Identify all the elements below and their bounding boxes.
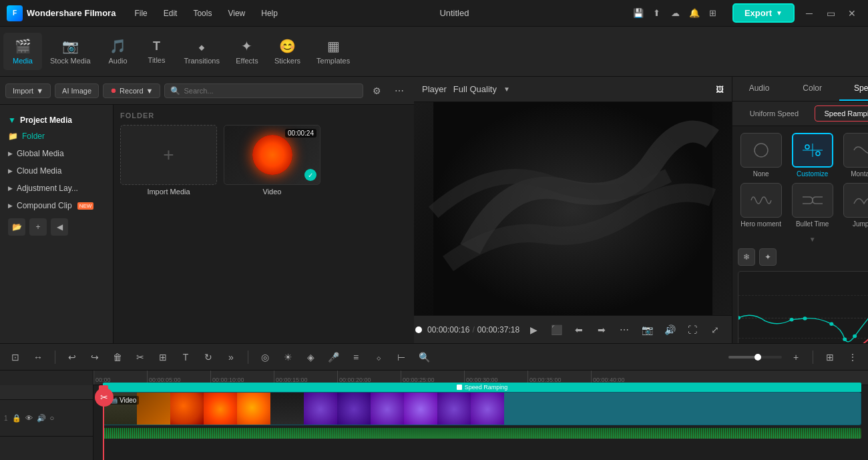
panel-collapse-icon[interactable]: ▼: [809, 236, 816, 243]
crop-tool[interactable]: ⊞: [154, 349, 172, 366]
magnet-tool[interactable]: ↔: [29, 349, 47, 366]
tab-audio[interactable]: 🎵 Audio: [99, 33, 138, 70]
speed-jumper-label: Jumper: [853, 220, 868, 228]
video-media-item[interactable]: 00:00:24 ✓ Video: [224, 125, 320, 196]
apps-icon[interactable]: ⊞: [706, 6, 720, 21]
tree-cloud-media[interactable]: ▶ Cloud Media: [0, 162, 113, 180]
tree-folder[interactable]: 📁 Folder: [0, 128, 113, 145]
tab-speed[interactable]: Speed: [839, 77, 869, 101]
search-input[interactable]: [184, 87, 357, 95]
menu-bar: File Edit Tools View Help: [128, 7, 284, 20]
tab-templates[interactable]: ▦ Templates: [308, 33, 358, 70]
redo-button[interactable]: ↪: [86, 349, 103, 366]
import-media-item[interactable]: + Import Media: [120, 125, 217, 196]
menu-help[interactable]: Help: [254, 7, 284, 20]
text-tool[interactable]: T: [177, 349, 194, 366]
undo-button[interactable]: ↩: [63, 349, 81, 366]
more-options-icon[interactable]: ⋯: [390, 81, 409, 100]
zoom-slider[interactable]: [728, 356, 782, 359]
grid-view-tool[interactable]: ⊞: [821, 349, 839, 366]
audio-mix-tool[interactable]: ≡: [347, 349, 365, 366]
speed-option-montage[interactable]: Montage: [841, 133, 868, 178]
import-button[interactable]: Import ▼: [5, 83, 51, 98]
speed-option-jumper[interactable]: Jumper: [841, 183, 868, 228]
split-tool[interactable]: ⊢: [393, 349, 410, 366]
speed-ramping-tab[interactable]: Speed Ramping: [815, 105, 868, 122]
menu-file[interactable]: File: [128, 7, 154, 20]
track-audio-icon[interactable]: 🔊: [37, 414, 46, 423]
tree-global-media[interactable]: ▶ Global Media: [0, 145, 113, 162]
volume-icon[interactable]: 🔊: [661, 321, 678, 338]
tab-media[interactable]: 🎬 Media: [3, 33, 42, 70]
color-tool[interactable]: ☀: [279, 349, 296, 366]
snap-toggle[interactable]: ⊡: [7, 349, 24, 366]
tree-adjustment[interactable]: ▶ Adjustment Lay...: [0, 180, 113, 197]
record-button[interactable]: ⏺ Record ▼: [103, 83, 160, 98]
fullscreen-icon[interactable]: ⛶: [684, 321, 701, 338]
add-folder-button[interactable]: +: [29, 218, 47, 236]
menu-tools[interactable]: Tools: [186, 7, 218, 20]
mask-tool[interactable]: ◈: [302, 349, 319, 366]
ai-image-button[interactable]: AI Image: [55, 83, 99, 98]
zoom-in-tool[interactable]: +: [787, 349, 805, 366]
quality-dropdown-icon[interactable]: ▼: [503, 85, 510, 93]
clip-thumb-12: [471, 393, 504, 425]
speed-option-hero[interactable]: Hero moment: [738, 183, 784, 228]
svg-point-8: [803, 316, 807, 320]
close-button[interactable]: ✕: [843, 6, 861, 21]
export-button[interactable]: Export ▼: [732, 3, 795, 23]
notification-icon[interactable]: 🔔: [687, 6, 702, 21]
minimize-button[interactable]: ─: [800, 6, 819, 21]
lock-icon[interactable]: 🔒: [12, 414, 21, 423]
zoom-out-tool[interactable]: 🔍: [415, 349, 433, 366]
maximize-button[interactable]: ▭: [821, 6, 840, 21]
marker-tool[interactable]: ⬦: [370, 349, 387, 366]
spark-icon[interactable]: ✦: [759, 248, 777, 266]
clip-thumb-10: [404, 393, 437, 425]
progress-thumb[interactable]: [415, 326, 422, 333]
freeze-frame-icon[interactable]: ❄: [738, 248, 755, 266]
stop-button[interactable]: ⬛: [548, 321, 565, 338]
zoom-icon[interactable]: ⤢: [706, 321, 724, 338]
speed-hero-label: Hero moment: [740, 220, 781, 228]
in-point-button[interactable]: ⬅: [570, 321, 588, 338]
settings-tool[interactable]: ⋮: [844, 349, 861, 366]
track-hide-icon[interactable]: ○: [50, 414, 55, 422]
uniform-speed-tab[interactable]: Uniform Speed: [738, 105, 811, 122]
snapshot-button[interactable]: 📷: [638, 321, 656, 338]
menu-edit[interactable]: Edit: [157, 7, 184, 20]
speed-option-none[interactable]: None: [738, 133, 784, 178]
zoom-thumb[interactable]: [754, 354, 761, 361]
motion-tool[interactable]: ◎: [256, 349, 274, 366]
tab-stickers[interactable]: 😊 Stickers: [266, 33, 308, 70]
cut-tool[interactable]: ✂: [132, 349, 149, 366]
tab-titles[interactable]: T Titles: [138, 34, 176, 69]
speed-option-bullet[interactable]: Bullet Time: [789, 183, 835, 228]
tab-effects[interactable]: ✦ Effects: [228, 33, 266, 70]
collapse-panel-button[interactable]: ◀: [51, 218, 68, 236]
publish-icon[interactable]: ⬆: [650, 6, 664, 21]
cloud-icon[interactable]: ☁: [668, 6, 683, 21]
tab-color[interactable]: Color: [786, 77, 839, 101]
rotate-tool[interactable]: ↻: [200, 349, 217, 366]
svg-point-9: [829, 322, 833, 326]
track-eye-icon[interactable]: 👁: [25, 414, 33, 422]
video-clip[interactable]: 📹 Video: [103, 392, 861, 425]
voice-tool[interactable]: 🎤: [324, 349, 342, 366]
tree-compound-clip[interactable]: ▶ Compound Clip NEW: [0, 197, 113, 214]
waveform-visual: [103, 428, 861, 439]
backup-icon[interactable]: 💾: [631, 6, 646, 21]
new-folder-button[interactable]: 📂: [8, 218, 25, 236]
filter-icon[interactable]: ⚙: [367, 81, 386, 100]
forward-tool[interactable]: »: [222, 349, 240, 366]
preview-icon-button[interactable]: 🖼: [716, 85, 724, 94]
tab-stock-media[interactable]: 📷 Stock Media: [42, 33, 99, 70]
play-button[interactable]: ▶: [525, 321, 542, 338]
out-point-button[interactable]: ➡: [593, 321, 610, 338]
speed-option-customize[interactable]: Customize: [789, 133, 835, 178]
more-controls-icon[interactable]: ⋯: [616, 321, 633, 338]
tab-audio[interactable]: Audio: [732, 77, 786, 101]
delete-button[interactable]: 🗑: [109, 349, 126, 366]
menu-view[interactable]: View: [221, 7, 252, 20]
tab-transitions[interactable]: ⬥ Transitions: [176, 33, 228, 70]
